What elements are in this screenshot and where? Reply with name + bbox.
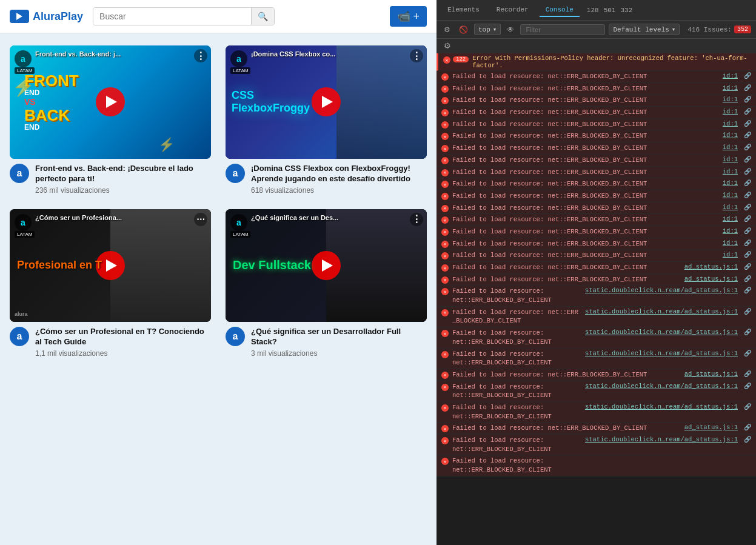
msg-link[interactable]: id:1 xyxy=(723,84,738,92)
channel-badge: a xyxy=(15,50,32,67)
msg-icon: 🔗 xyxy=(744,251,751,258)
msg-link[interactable]: id:1 xyxy=(723,192,738,199)
msg-link[interactable]: static.doubleclick.n…ream/ad_status.js:1 xyxy=(585,287,738,294)
tab-count-3: 332 xyxy=(620,7,632,14)
msg-text: Failed to load resource: xyxy=(452,457,544,464)
video-views: 3 mil visualizaciones xyxy=(251,349,427,358)
msg-link[interactable]: id:1 xyxy=(723,168,738,175)
msg-text: Failed to load resource: net::ERR_BLOCKE… xyxy=(452,156,719,165)
logo[interactable]: AluraPlay xyxy=(10,10,83,23)
msg-link[interactable]: static.doubleclick.n…ream/ad_status.js:1 xyxy=(585,350,738,357)
msg-link[interactable]: id:1 xyxy=(723,96,738,103)
msg-text: Failed to load resource: net::ERR_BLOCKE… xyxy=(452,144,719,153)
error-icon: ✕ xyxy=(441,458,449,465)
msg-link[interactable]: static.doubleclick.n…ream/ad_status.js:1 xyxy=(585,308,738,315)
channel-avatar: a xyxy=(236,218,241,227)
default-levels-dropdown[interactable]: Default levels ▾ xyxy=(609,24,680,35)
msg-text: Failed to load resource: net::ERR_BLOCKE… xyxy=(452,96,719,105)
msg-link[interactable]: static.doubleclick.n…ream/ad_status.js:1 xyxy=(585,383,738,390)
first-message-text: Error with Permissions-Policy header: Un… xyxy=(472,55,751,69)
console-message-first: ✕ 122 Error with Permissions-Policy head… xyxy=(437,53,756,71)
msg-link[interactable]: id:1 xyxy=(723,239,738,247)
devtools-settings-icon[interactable]: ⚙ xyxy=(441,24,453,35)
console-message: ✕ Failed to load resource: net::ERR_BLOC… xyxy=(437,119,756,131)
msg-link[interactable]: id:1 xyxy=(723,227,738,235)
msg-icon: 🔗 xyxy=(744,227,751,235)
gear-icon-button[interactable]: ⚙ xyxy=(441,40,453,52)
devtools-eye-icon[interactable]: 👁 xyxy=(504,24,517,35)
play-button[interactable] xyxy=(312,87,341,116)
msg-link[interactable]: id:1 xyxy=(723,156,738,163)
msg-link[interactable]: static.doubleclick.n…ream/ad_status.js:1 xyxy=(585,329,738,336)
thumb-title: ¿Cómo ser un Profesiona... xyxy=(35,214,194,221)
upload-button[interactable]: 📹 + xyxy=(390,6,427,27)
msg-icon: 🔗 xyxy=(744,204,751,211)
msg-text: Failed to load resource: net::ERR_BLOCKE… xyxy=(452,275,681,284)
msg-text: net::ERR_BLOCKED_BY_CLIENT xyxy=(452,296,552,304)
msg-icon: 🔗 xyxy=(744,383,751,390)
thumbnail[interactable]: CSS FlexboxFroggy a LATAM ¡Domina CSS Fl… xyxy=(226,45,427,159)
devtools-clear-icon[interactable]: 🚫 xyxy=(457,24,470,35)
msg-link[interactable]: id:1 xyxy=(723,120,738,127)
video-grid: ⚡ ⚡ FRONT END VS BACK END a xyxy=(0,33,437,545)
tab-elements[interactable]: Elements xyxy=(441,4,486,17)
channel-badge: a xyxy=(230,214,247,231)
msg-link[interactable]: id:1 xyxy=(723,215,738,222)
msg-link[interactable]: id:1 xyxy=(723,132,738,139)
logo-text: AluraPlay xyxy=(33,10,83,23)
msg-link[interactable]: id:1 xyxy=(723,251,738,258)
error-icon: ✕ xyxy=(443,56,450,64)
play-button[interactable] xyxy=(96,87,125,116)
msg-text: net::ERR_BLOCKED_BY_CLIENT xyxy=(452,466,552,473)
aluraplay-panel: AluraPlay 🔍 📹 + ⚡ ⚡ xyxy=(0,0,437,545)
msg-link[interactable]: ad_status.js:1 xyxy=(684,424,738,431)
play-triangle-icon xyxy=(322,96,333,108)
msg-link[interactable]: ad_status.js:1 xyxy=(684,275,738,283)
console-messages[interactable]: ✕ 122 Error with Permissions-Policy head… xyxy=(437,53,756,545)
tab-recorder[interactable]: Recorder xyxy=(490,4,535,17)
error-icon: ✕ xyxy=(441,288,449,295)
tab-console[interactable]: Console xyxy=(540,4,580,17)
error-icon: ✕ xyxy=(441,351,449,358)
msg-link[interactable]: id:1 xyxy=(723,204,738,211)
thumbnail[interactable]: ⚡ ⚡ FRONT END VS BACK END a xyxy=(10,45,211,159)
msg-link[interactable]: id:1 xyxy=(723,144,738,151)
filter-input[interactable] xyxy=(520,24,605,35)
msg-multiline: Failed to load resource: net::ERR_BLOCKE… xyxy=(452,329,581,346)
channel-avatar: a xyxy=(21,218,25,227)
video-card: ⚡ ⚡ FRONT END VS BACK END a xyxy=(10,45,211,195)
error-icon: ✕ xyxy=(441,216,449,224)
search-button[interactable]: 🔍 xyxy=(251,8,274,25)
msg-link[interactable]: id:1 xyxy=(723,179,738,187)
latam-badge: LATAM xyxy=(230,231,250,238)
thumb-menu-button[interactable]: ⋮ xyxy=(410,213,423,226)
thumbnail[interactable]: Profesional en T a LATAM ¿Cómo ser un Pr… xyxy=(10,209,211,323)
msg-multiline: Failed to load resource: net::ERR_BLOCKE… xyxy=(452,350,581,367)
console-message: ✕ Failed to load resource: net::ERR_BLOC… xyxy=(437,402,756,423)
filter-level-arrow: ▾ xyxy=(493,25,497,33)
thumb-menu-button[interactable]: ⋯ xyxy=(194,213,207,226)
msg-link[interactable]: id:1 xyxy=(723,108,738,115)
msg-link[interactable]: id:1 xyxy=(723,72,738,79)
filter-level-dropdown[interactable]: top ▾ xyxy=(474,24,501,35)
error-icon: ✕ xyxy=(441,121,449,129)
msg-icon: 🔗 xyxy=(744,108,751,115)
search-bar: 🔍 xyxy=(93,7,275,25)
search-input[interactable] xyxy=(93,8,251,25)
msg-icon: 🔗 xyxy=(744,350,751,357)
msg-text: Failed to load resource: xyxy=(452,329,544,336)
console-message: ✕ Failed to load resource: net::ERR_BLOC… xyxy=(437,250,756,262)
thumbnail[interactable]: Dev Fullstack a LATAM ¿Qué significa ser… xyxy=(226,209,427,323)
error-icon: ✕ xyxy=(441,109,449,116)
msg-text: Failed to load resource: net::ERR_BLOCKE… xyxy=(452,72,719,81)
error-icon: ✕ xyxy=(441,157,449,164)
thumb-menu-button[interactable]: ⋮ xyxy=(194,49,207,62)
console-message: ✕ Failed to load resource: net::ERR_BLOC… xyxy=(437,349,756,369)
thumb-menu-button[interactable]: ⋮ xyxy=(410,49,423,62)
console-message: ✕ Failed to load resource: net::ERR_BLOC… xyxy=(437,435,756,455)
console-message: ✕ Failed to load resource: net::ERR_BLOC… xyxy=(437,107,756,119)
msg-link[interactable]: static.doubleclick.n…ream/ad_status.js:1 xyxy=(585,403,738,410)
msg-link[interactable]: static.doubleclick.n…ream/ad_status.js:1 xyxy=(585,436,738,443)
msg-link[interactable]: ad_status.js:1 xyxy=(684,370,738,378)
msg-link[interactable]: ad_status.js:1 xyxy=(684,263,738,270)
